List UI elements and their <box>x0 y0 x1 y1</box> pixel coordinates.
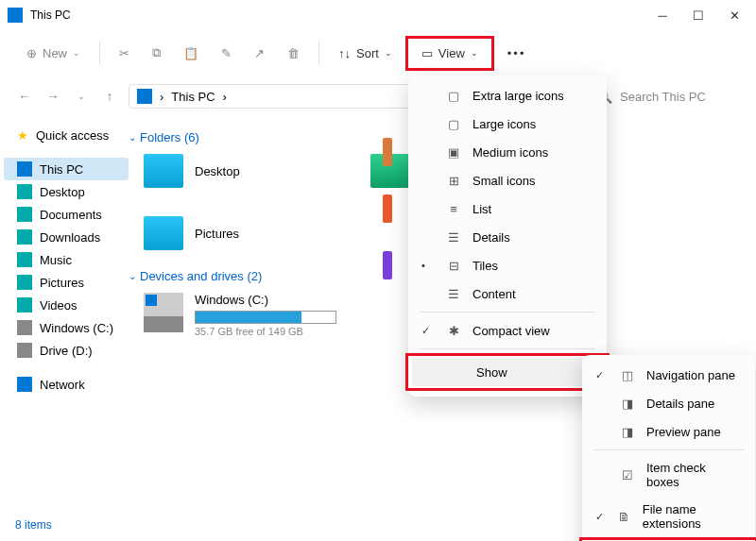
paste-button[interactable]: 📋 <box>174 41 208 66</box>
menu-small-icons[interactable]: ⊞Small icons <box>408 166 607 194</box>
grid-icon: ▢ <box>446 88 461 103</box>
show-submenu: ✓◫Navigation pane ◨Details pane ◨Preview… <box>582 355 755 541</box>
menu-file-name-extensions[interactable]: ✓🗎File name extensions <box>582 496 755 537</box>
menu-separator <box>420 312 595 313</box>
menu-list[interactable]: ≡List <box>408 194 607 223</box>
sidebar-item-this-pc[interactable]: This PC <box>4 158 129 180</box>
minimize-button[interactable]: ─ <box>656 8 669 22</box>
sidebar-item-downloads[interactable]: Downloads <box>4 226 129 248</box>
view-icon: ▭ <box>421 46 433 60</box>
menu-content[interactable]: ☰Content <box>408 279 607 308</box>
tiles-icon: ⊟ <box>446 258 461 273</box>
drive-windows-c[interactable]: Windows (C:) 35.7 GB free of 149 GB <box>144 293 389 337</box>
sidebar-item-desktop[interactable]: Desktop <box>4 180 129 203</box>
folder-peek <box>383 251 392 279</box>
forward-button[interactable]: → <box>43 89 62 104</box>
menu-extra-large-icons[interactable]: ▢Extra large icons <box>408 81 607 110</box>
grid-icon: ▣ <box>446 144 461 160</box>
file-icon: 🗎 <box>618 509 631 524</box>
menu-preview-pane[interactable]: ◨Preview pane <box>582 417 755 446</box>
nav-row: ← → ⌄ ↑ › This PC › 🔍 Search This PC <box>0 76 756 117</box>
back-button[interactable]: ← <box>15 89 34 104</box>
compact-icon: ✱ <box>446 323 461 338</box>
menu-details[interactable]: ☰Details <box>408 223 607 251</box>
search-input[interactable]: 🔍 Search This PC <box>590 86 741 108</box>
more-button[interactable]: ••• <box>498 41 536 66</box>
folder-icon <box>17 275 32 290</box>
menu-medium-icons[interactable]: ▣Medium icons <box>408 138 607 166</box>
folder-icon <box>17 252 32 267</box>
star-icon: ★ <box>17 128 28 143</box>
delete-button[interactable]: 🗑 <box>278 41 309 66</box>
chevron-down-icon: ⌄ <box>129 271 136 281</box>
menu-show[interactable]: Show› <box>412 358 603 386</box>
share-button[interactable]: ↗ <box>245 41 274 66</box>
file-explorer-window: This PC ─ ☐ ✕ ⊕ New ⌄ ✂ ⧉ 📋 ✎ ↗ 🗑 ↑↓ Sor… <box>0 0 756 541</box>
new-button[interactable]: ⊕ New ⌄ <box>17 41 90 66</box>
window-title: This PC <box>30 8 656 22</box>
list-icon: ≡ <box>446 201 461 216</box>
sort-button[interactable]: ↑↓ Sort ⌄ <box>329 41 402 66</box>
chevron-down-icon: ⌄ <box>385 48 392 58</box>
menu-tiles[interactable]: •⊟Tiles <box>408 251 607 279</box>
sidebar-item-windows-c[interactable]: Windows (C:) <box>4 316 129 339</box>
sidebar-item-pictures[interactable]: Pictures <box>4 271 129 294</box>
cut-button[interactable]: ✂ <box>110 41 139 66</box>
content-icon: ☰ <box>446 286 461 301</box>
copy-icon: ⧉ <box>152 45 161 60</box>
sidebar-item-documents[interactable]: Documents <box>4 203 129 226</box>
pane-icon: ◨ <box>620 396 635 411</box>
folder-icon <box>17 297 32 313</box>
grid-icon: ⊞ <box>446 173 461 188</box>
rename-button[interactable]: ✎ <box>212 41 241 66</box>
menu-large-icons[interactable]: ▢Large icons <box>408 110 607 138</box>
sidebar-item-network[interactable]: Network <box>4 373 129 396</box>
chevron-down-icon: ⌄ <box>73 48 80 58</box>
highlight-view: ▭ View ⌄ <box>405 36 494 71</box>
sort-icon: ↑↓ <box>338 46 351 60</box>
trash-icon: 🗑 <box>287 46 300 60</box>
folder-icon <box>17 207 32 222</box>
folder-icon <box>144 154 183 188</box>
folder-icon <box>17 184 32 199</box>
breadcrumb-root[interactable]: This PC <box>171 90 215 104</box>
sidebar-item-music[interactable]: Music <box>4 248 129 271</box>
up-button[interactable]: ↑ <box>100 89 119 104</box>
folder-desktop[interactable]: Desktop <box>144 154 333 188</box>
highlight-hidden-items: ✓👁Hidden items <box>579 537 756 541</box>
sidebar-item-quick-access[interactable]: ★Quick access <box>4 125 129 146</box>
share-icon: ↗ <box>254 46 265 60</box>
menu-compact-view[interactable]: ✓✱Compact view <box>408 316 607 345</box>
folder-icon <box>17 229 32 245</box>
drive-name: Windows (C:) <box>195 293 336 307</box>
toolbar: ⊕ New ⌄ ✂ ⧉ 📋 ✎ ↗ 🗑 ↑↓ Sort ⌄ ▭ View ⌄ •… <box>0 30 756 76</box>
menu-navigation-pane[interactable]: ✓◫Navigation pane <box>582 361 755 389</box>
drive-icon <box>17 320 32 335</box>
divider <box>318 42 319 64</box>
breadcrumb-sep: › <box>223 90 227 104</box>
paste-icon: 📋 <box>183 46 198 60</box>
network-icon <box>17 377 32 392</box>
chevron-down-icon: ⌄ <box>471 48 478 58</box>
menu-separator <box>420 348 595 349</box>
close-button[interactable]: ✕ <box>728 8 741 22</box>
menu-details-pane[interactable]: ◨Details pane <box>582 389 755 417</box>
thispc-icon <box>137 89 152 104</box>
maximize-button[interactable]: ☐ <box>692 8 705 22</box>
folder-pictures[interactable]: Pictures <box>144 216 333 250</box>
pane-icon: ◨ <box>620 424 635 439</box>
folder-peek <box>383 138 392 166</box>
sidebar-item-drive-d[interactable]: Drive (D:) <box>4 339 129 362</box>
menu-item-check-boxes[interactable]: ☑Item check boxes <box>582 454 755 496</box>
view-button[interactable]: ▭ View ⌄ <box>412 41 488 66</box>
sidebar: ★Quick access This PC Desktop Documents … <box>0 117 132 515</box>
thispc-icon <box>17 161 32 177</box>
sidebar-item-videos[interactable]: Videos <box>4 294 129 316</box>
pane-icon: ◫ <box>620 367 635 382</box>
breadcrumb-sep: › <box>160 90 163 104</box>
titlebar: This PC ─ ☐ ✕ <box>0 0 756 30</box>
chevron-down-icon[interactable]: ⌄ <box>72 92 91 101</box>
copy-button[interactable]: ⧉ <box>143 40 170 66</box>
drive-free-text: 35.7 GB free of 149 GB <box>195 326 336 337</box>
checkbox-icon: ☑ <box>620 467 635 482</box>
